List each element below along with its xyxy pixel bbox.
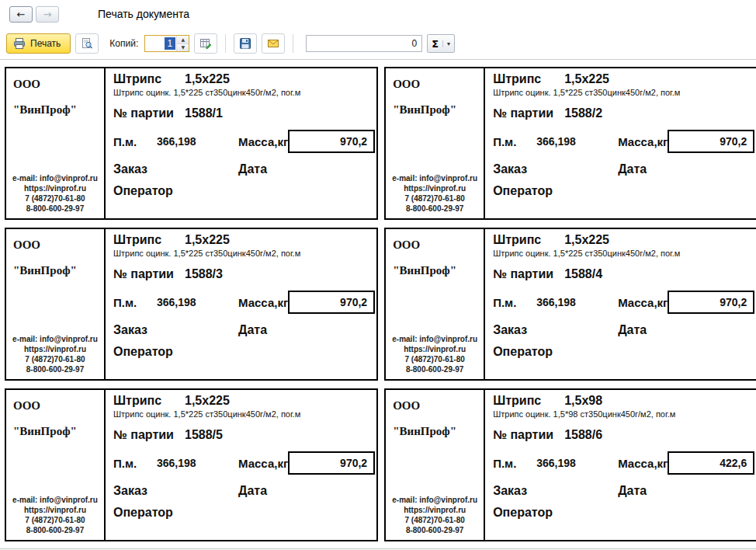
batch-number: 1588/5 (185, 428, 223, 442)
batch-label: № партии (113, 428, 185, 442)
back-arrow-icon: ← (17, 9, 26, 20)
company-name-line1: ООО (393, 238, 479, 252)
forward-arrow-icon: → (43, 9, 52, 20)
date-label: Дата (618, 162, 647, 176)
sum-result-field[interactable]: 0 (306, 35, 422, 52)
preview-button[interactable] (75, 33, 99, 54)
label-details: Штрипс 1,5х225 Штрипс оцинк. 1,5*225 ст3… (106, 390, 376, 540)
batch-number: 1588/4 (564, 267, 602, 281)
mass-label: Масса,кг (238, 135, 288, 148)
title-bar: ← → Печать документа (0, 0, 756, 28)
forward-button[interactable]: → (36, 6, 59, 23)
product-size: 1,5х225 (185, 72, 230, 86)
copies-value: 1 (165, 37, 176, 50)
product-size: 1,5х225 (564, 233, 609, 247)
mass-value-box: 970,2 (288, 291, 375, 314)
product-label: Штрипс (113, 233, 185, 247)
print-preview-area: ООО "ВинПроф" e-mail: info@vinprof.ru ht… (0, 60, 756, 541)
company-email: e-mail: info@vinprof.ru (386, 334, 484, 344)
mass-label: Масса,кг (618, 135, 668, 148)
batch-label: № партии (493, 106, 564, 120)
label-details: Штрипс 1,5х225 Штрипс оцинк. 1,5*225 ст3… (106, 68, 376, 218)
sum-result-value: 0 (412, 38, 418, 49)
operator-label: Оператор (113, 345, 173, 359)
company-phone: 7 (4872)70-61-80 (386, 354, 484, 364)
order-label: Заказ (493, 484, 618, 498)
product-label: Штрипс (113, 394, 185, 408)
batch-label: № партии (493, 267, 564, 281)
pm-label: П.м. (113, 296, 157, 309)
company-name-line2: "ВинПроф" (393, 264, 479, 277)
company-name-line2: "ВинПроф" (393, 425, 479, 438)
date-label: Дата (238, 484, 267, 498)
company-name-line1: ООО (13, 238, 99, 252)
company-phone: 7 (4872)70-61-80 (6, 515, 104, 525)
product-label: Штрипс (113, 72, 185, 86)
order-label: Заказ (113, 162, 238, 176)
label-details: Штрипс 1,5х225 Штрипс оцинк. 1,5*225 ст3… (106, 229, 376, 379)
company-name-line1: ООО (13, 399, 99, 412)
company-phone: 8-800-600-29-97 (6, 204, 104, 214)
batch-number: 1588/3 (185, 267, 223, 281)
operator-label: Оператор (113, 506, 173, 520)
pm-value: 366,198 (536, 457, 618, 469)
company-name-line2: "ВинПроф" (393, 103, 479, 117)
print-preview-icon (81, 37, 93, 50)
product-size: 1,5х98 (564, 394, 602, 408)
company-website: https://vinprof.ru (386, 505, 484, 515)
company-website: https://vinprof.ru (6, 183, 104, 193)
mass-value-box: 970,2 (668, 291, 754, 314)
label-details: Штрипс 1,5х225 Штрипс оцинк. 1,5*225 ст3… (485, 229, 756, 379)
label-card: ООО "ВинПроф" e-mail: info@vinprof.ru ht… (384, 67, 756, 220)
company-phone: 8-800-600-29-97 (386, 525, 484, 535)
date-label: Дата (238, 162, 267, 176)
batch-label: № партии (493, 428, 564, 442)
pm-label: П.м. (113, 135, 157, 148)
company-phone: 8-800-600-29-97 (6, 364, 104, 374)
company-panel: ООО "ВинПроф" e-mail: info@vinprof.ru ht… (386, 390, 485, 540)
label-details: Штрипс 1,5х225 Штрипс оцинк. 1,5*225 ст3… (485, 68, 756, 218)
product-label: Штрипс (493, 72, 564, 86)
spin-down-button[interactable]: ▼ (177, 44, 189, 52)
printer-icon (13, 37, 26, 50)
product-description: Штрипс оцинк. 1,5*225 ст350цинк450г/м2, … (113, 249, 376, 258)
pm-value: 366,198 (536, 135, 618, 148)
company-name-line1: ООО (393, 399, 479, 412)
company-phone: 7 (4872)70-61-80 (386, 193, 484, 204)
company-name-line2: "ВинПроф" (13, 264, 99, 277)
date-label: Дата (618, 323, 647, 337)
back-button[interactable]: ← (9, 6, 33, 23)
sum-button[interactable]: Σ ▾ (427, 34, 455, 53)
mass-label: Масса,кг (618, 296, 668, 309)
email-button[interactable] (262, 33, 285, 54)
print-button[interactable]: Печать (6, 33, 71, 54)
mass-value-box: 422,6 (668, 451, 754, 475)
mass-value-box: 970,2 (288, 130, 375, 153)
company-website: https://vinprof.ru (6, 505, 104, 515)
date-label: Дата (618, 484, 647, 498)
company-phone: 7 (4872)70-61-80 (386, 515, 484, 525)
save-button[interactable] (234, 33, 257, 54)
company-website: https://vinprof.ru (386, 183, 484, 193)
page-setup-button[interactable] (194, 33, 217, 54)
product-description: Штрипс оцинк. 1,5*225 ст350цинк450г/м2, … (493, 249, 756, 258)
copies-input[interactable]: 1 ▲ ▼ (144, 35, 189, 52)
table-edit-icon (199, 37, 212, 50)
operator-label: Оператор (493, 506, 553, 520)
product-label: Штрипс (493, 394, 564, 408)
label-details: Штрипс 1,5х98 Штрипс оцинк. 1,5*98 ст350… (485, 390, 756, 540)
company-email: e-mail: info@vinprof.ru (386, 495, 484, 505)
mass-label: Масса,кг (238, 296, 288, 309)
company-email: e-mail: info@vinprof.ru (6, 495, 104, 505)
pm-label: П.м. (493, 457, 536, 470)
company-website: https://vinprof.ru (6, 344, 104, 354)
mass-label: Масса,кг (618, 457, 668, 470)
pm-label: П.м. (493, 296, 536, 309)
product-description: Штрипс оцинк. 1,5*225 ст350цинк450г/м2, … (493, 88, 756, 97)
copies-spinner-arrows: ▲ ▼ (176, 36, 189, 51)
sigma-icon: Σ (432, 38, 439, 50)
pm-label: П.м. (493, 135, 536, 148)
product-size: 1,5х225 (564, 72, 609, 86)
spin-up-button[interactable]: ▲ (177, 36, 189, 44)
batch-label: № партии (113, 106, 185, 120)
